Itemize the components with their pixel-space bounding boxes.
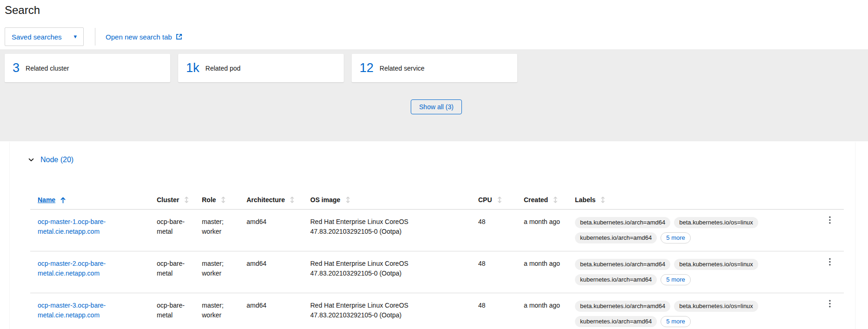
related-cluster-count: 3 [13, 62, 20, 74]
external-link-icon [175, 33, 183, 40]
node-section-toggle[interactable]: Node (20) [19, 156, 73, 164]
chevron-down-icon [28, 157, 34, 163]
page-header: Search Saved searches ▾ Open new search … [0, 0, 868, 46]
search-page: Search Saved searches ▾ Open new search … [0, 0, 868, 329]
open-new-search-tab-link[interactable]: Open new search tab [106, 33, 183, 41]
column-header-architecture[interactable]: Architecture [239, 192, 303, 210]
caret-down-icon: ▾ [74, 34, 77, 39]
sort-icon [553, 196, 558, 204]
cell-labels: beta.kubernetes.io/arch=amd64 beta.kuber… [568, 210, 816, 251]
cell-os-image: Red Hat Enterprise Linux CoreOS 47.83.20… [303, 293, 471, 329]
sort-icon [221, 196, 226, 204]
sort-icon [184, 196, 189, 204]
table-row: ocp-master-3.ocp-bare-metal.cie.netapp.c… [30, 293, 844, 329]
cell-cpu: 48 [471, 251, 516, 293]
column-header-name[interactable]: Name [30, 192, 149, 210]
node-name-link[interactable]: ocp-master-3.ocp-bare-metal.cie.netapp.c… [38, 301, 121, 320]
label-pill: beta.kubernetes.io/os=linux [674, 301, 758, 312]
label-pill: kubernetes.io/arch=amd64 [575, 232, 657, 243]
related-pod-label: Related pod [206, 65, 241, 72]
cell-architecture: amd64 [239, 210, 303, 251]
related-service-count: 12 [360, 62, 374, 74]
cell-role: master; worker [194, 210, 239, 251]
column-header-role[interactable]: Role [194, 192, 239, 210]
node-section-title: Node (20) [40, 156, 73, 164]
cell-os-image: Red Hat Enterprise Linux CoreOS 47.83.20… [303, 210, 471, 251]
sort-ascending-icon [60, 197, 66, 204]
label-pill: beta.kubernetes.io/arch=amd64 [575, 259, 670, 270]
summary-cards: 3 Related cluster 1k Related pod 12 Rela… [5, 54, 868, 82]
sort-icon [290, 196, 294, 204]
label-pill: beta.kubernetes.io/os=linux [674, 259, 758, 270]
kebab-icon [829, 300, 831, 308]
column-header-cluster[interactable]: Cluster [149, 192, 194, 210]
row-actions-kebab-button[interactable] [826, 257, 834, 267]
cell-created: a month ago [516, 293, 568, 329]
labels-more-link[interactable]: 5 more [661, 274, 690, 285]
related-pod-count: 1k [186, 62, 200, 74]
page-title: Search [5, 3, 868, 18]
label-pill: kubernetes.io/arch=amd64 [575, 274, 657, 285]
column-header-cpu[interactable]: CPU [471, 192, 516, 210]
sort-icon [497, 196, 502, 204]
kebab-icon [829, 258, 831, 266]
cell-role: master; worker [194, 251, 239, 293]
label-pill: beta.kubernetes.io/os=linux [674, 217, 758, 228]
related-results-band: 3 Related cluster 1k Related pod 12 Rela… [0, 49, 868, 141]
table-header-row: Name Cluster [30, 192, 844, 210]
labels-more-link[interactable]: 5 more [661, 316, 690, 327]
cell-labels: beta.kubernetes.io/arch=amd64 beta.kuber… [568, 293, 816, 329]
cell-architecture: amd64 [239, 251, 303, 293]
column-header-labels[interactable]: Labels [568, 192, 816, 210]
kebab-icon [829, 216, 831, 224]
column-header-actions [816, 192, 844, 210]
show-all-button[interactable]: Show all (3) [411, 99, 462, 114]
table-row: ocp-master-1.ocp-bare-metal.cie.netapp.c… [30, 210, 844, 251]
row-actions-kebab-button[interactable] [826, 299, 834, 309]
toolbar-divider [95, 28, 95, 46]
label-pill: kubernetes.io/arch=amd64 [575, 316, 657, 327]
related-cluster-label: Related cluster [26, 65, 69, 72]
node-table: Name Cluster [30, 192, 844, 329]
cell-created: a month ago [516, 251, 568, 293]
node-name-link[interactable]: ocp-master-1.ocp-bare-metal.cie.netapp.c… [38, 217, 121, 237]
search-toolbar: Saved searches ▾ Open new search tab [5, 27, 868, 46]
cell-role: master; worker [194, 293, 239, 329]
label-pill: beta.kubernetes.io/arch=amd64 [575, 217, 670, 228]
column-header-os-image[interactable]: OS image [303, 192, 471, 210]
labels-more-link[interactable]: 5 more [661, 232, 690, 243]
cell-created: a month ago [516, 210, 568, 251]
cell-cluster: ocp-bare-metal [149, 210, 194, 251]
open-new-search-tab-label: Open new search tab [106, 33, 172, 41]
related-service-card[interactable]: 12 Related service [352, 54, 517, 82]
cell-cluster: ocp-bare-metal [149, 293, 194, 329]
table-row: ocp-master-2.ocp-bare-metal.cie.netapp.c… [30, 251, 844, 293]
sort-icon [346, 196, 350, 204]
cell-cpu: 48 [471, 210, 516, 251]
related-service-label: Related service [380, 65, 425, 72]
sort-icon [601, 196, 605, 204]
label-pill: beta.kubernetes.io/arch=amd64 [575, 301, 670, 312]
cell-cpu: 48 [471, 293, 516, 329]
row-actions-kebab-button[interactable] [826, 215, 834, 225]
column-header-created[interactable]: Created [516, 192, 568, 210]
node-name-link[interactable]: ocp-master-2.ocp-bare-metal.cie.netapp.c… [38, 259, 121, 278]
cell-architecture: amd64 [239, 293, 303, 329]
cell-os-image: Red Hat Enterprise Linux CoreOS 47.83.20… [303, 251, 471, 293]
related-pod-card[interactable]: 1k Related pod [178, 54, 344, 82]
node-results-card: Node (20) Name [10, 141, 855, 329]
cell-cluster: ocp-bare-metal [149, 251, 194, 293]
related-cluster-card[interactable]: 3 Related cluster [5, 54, 170, 82]
cell-labels: beta.kubernetes.io/arch=amd64 beta.kuber… [568, 251, 816, 293]
saved-searches-dropdown[interactable]: Saved searches ▾ [5, 27, 84, 46]
saved-searches-label: Saved searches [12, 33, 62, 41]
